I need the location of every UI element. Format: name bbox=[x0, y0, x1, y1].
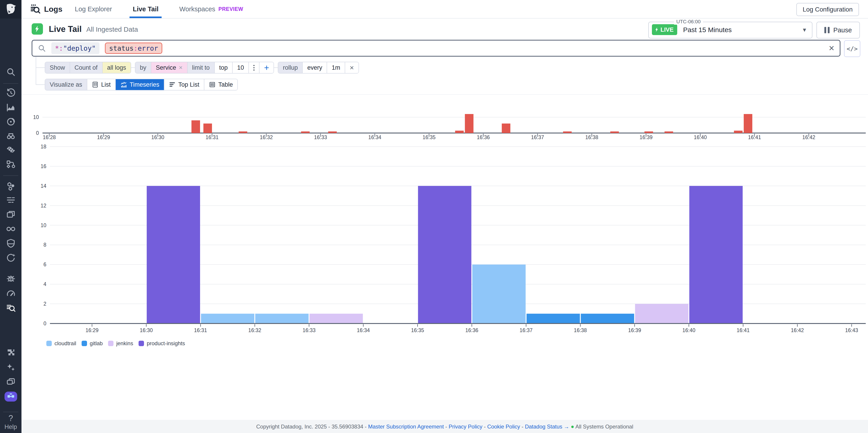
svg-text:16:32: 16:32 bbox=[260, 134, 273, 140]
visualize-option-timeseries[interactable]: Timeseries bbox=[116, 79, 164, 90]
svg-text:16:30: 16:30 bbox=[140, 327, 153, 333]
product-insights-bar[interactable] bbox=[418, 186, 471, 323]
logs-product-icon bbox=[30, 4, 40, 14]
error-bar[interactable] bbox=[465, 114, 473, 133]
legend-item-jenkins[interactable]: jenkins bbox=[108, 340, 133, 347]
add-group-by-button[interactable]: + bbox=[259, 62, 274, 73]
group-by-selector[interactable]: Service × bbox=[151, 62, 187, 73]
svg-text:0: 0 bbox=[43, 321, 46, 326]
error-bar[interactable] bbox=[328, 132, 337, 133]
remove-group-by-icon[interactable]: × bbox=[179, 64, 182, 71]
count-of-selector[interactable]: Count of bbox=[70, 62, 103, 73]
cloudtrail-bar[interactable] bbox=[201, 314, 254, 323]
svg-text:16:36: 16:36 bbox=[477, 134, 490, 140]
error-bar[interactable] bbox=[191, 120, 200, 133]
top-nav-bar: Logs Log Explorer Live Tail Workspaces P… bbox=[22, 0, 868, 19]
error-bar[interactable] bbox=[455, 131, 464, 133]
error-bar[interactable] bbox=[664, 132, 673, 133]
legend-item-cloudtrail[interactable]: cloudtrail bbox=[46, 340, 76, 347]
product-insights-bar[interactable] bbox=[147, 186, 200, 323]
help-label[interactable]: Help bbox=[0, 424, 22, 431]
bits-ai-icon bbox=[4, 392, 17, 402]
error-bar[interactable] bbox=[645, 132, 653, 133]
product-insights-bar[interactable] bbox=[689, 186, 743, 323]
sidebar-divider bbox=[3, 83, 18, 84]
code-view-toggle-button[interactable]: </> bbox=[844, 40, 860, 57]
svg-text:16:38: 16:38 bbox=[585, 134, 598, 140]
link-privacy-policy[interactable]: Privacy Policy bbox=[449, 424, 483, 430]
svg-text:16:37: 16:37 bbox=[531, 134, 544, 140]
query-token-free-text[interactable]: *:"deploy" bbox=[51, 42, 99, 54]
link-master-subscription-agreement[interactable]: Master Subscription Agreement bbox=[368, 424, 444, 430]
jenkins-bar[interactable] bbox=[309, 314, 363, 323]
rollup-every-selector[interactable]: every bbox=[303, 62, 327, 73]
sidebar-item-sparkles[interactable] bbox=[0, 361, 22, 374]
status-dot-icon: ● bbox=[571, 423, 574, 430]
error-bar[interactable] bbox=[502, 123, 510, 133]
clear-search-icon[interactable]: × bbox=[829, 44, 834, 53]
error-bar[interactable] bbox=[734, 131, 743, 133]
section-divider bbox=[22, 94, 868, 95]
error-bar[interactable] bbox=[239, 132, 247, 133]
jenkins-bar[interactable] bbox=[635, 304, 688, 323]
legend-swatch-icon bbox=[82, 341, 87, 346]
search-icon bbox=[6, 67, 16, 77]
cloudtrail-bar[interactable] bbox=[255, 314, 309, 323]
sidebar-item-docs[interactable] bbox=[0, 376, 22, 388]
legend-label: product-insights bbox=[147, 340, 185, 347]
tab-workspaces[interactable]: Workspaces PREVIEW bbox=[179, 0, 243, 18]
svg-text:16:32: 16:32 bbox=[248, 327, 261, 333]
sidebar-item-bits-ai[interactable] bbox=[0, 390, 22, 403]
datadog-logo[interactable] bbox=[0, 0, 22, 19]
error-timeline-chart[interactable]: 01016:2816:2916:3016:3116:3216:3316:3416… bbox=[0, 106, 868, 144]
cloudtrail-bar[interactable] bbox=[472, 264, 526, 323]
error-bar[interactable] bbox=[744, 114, 752, 133]
rollup-interval-input[interactable]: 1m bbox=[327, 62, 345, 73]
error-bar[interactable] bbox=[563, 132, 572, 133]
legend-item-gitlab[interactable]: gitlab bbox=[82, 340, 103, 347]
limit-value-input[interactable]: 10 bbox=[232, 62, 249, 73]
sidebar-item-integrations[interactable] bbox=[0, 347, 22, 359]
svg-text:16:34: 16:34 bbox=[368, 134, 381, 140]
gitlab-bar[interactable] bbox=[526, 314, 580, 323]
error-bar[interactable] bbox=[204, 123, 212, 133]
query-token-status-error[interactable]: status:error bbox=[105, 42, 162, 54]
limit-direction-selector[interactable]: top bbox=[215, 62, 233, 73]
query-builder-row: Show Count of all logs by Service × limi… bbox=[45, 62, 359, 74]
remove-rollup-button[interactable]: × bbox=[345, 62, 359, 73]
legend-swatch-icon bbox=[108, 341, 114, 346]
legend-swatch-icon bbox=[138, 341, 144, 346]
service-timeseries-chart[interactable]: 02468101214161816:2916:3016:3116:3216:33… bbox=[0, 140, 868, 337]
error-bar[interactable] bbox=[610, 132, 619, 133]
svg-text:16: 16 bbox=[40, 163, 46, 169]
gitlab-bar[interactable] bbox=[581, 314, 634, 323]
external-arrow-icon: → bbox=[564, 424, 569, 430]
measure-selector[interactable]: all logs bbox=[103, 62, 131, 73]
svg-text:16:33: 16:33 bbox=[303, 327, 315, 333]
log-configuration-button[interactable]: Log Configuration bbox=[796, 3, 859, 16]
link-datadog-status[interactable]: Datadog Status bbox=[525, 424, 562, 430]
search-input[interactable]: *:"deploy" status:error × bbox=[32, 40, 840, 57]
svg-text:16:35: 16:35 bbox=[411, 327, 424, 333]
sidebar-item-search[interactable] bbox=[0, 66, 22, 78]
copyright-text: Copyright Datadog, Inc. 2025 bbox=[256, 424, 327, 430]
visualize-option-top-list[interactable]: Top List bbox=[164, 79, 204, 90]
close-icon: × bbox=[350, 64, 354, 72]
more-options-kebab[interactable] bbox=[249, 62, 259, 73]
time-range-picker[interactable]: LIVE Past 15 Minutes ▾ bbox=[648, 22, 812, 38]
error-bar[interactable] bbox=[301, 132, 310, 133]
live-tail-icon bbox=[32, 23, 43, 35]
nav-tabs: Log Explorer Live Tail Workspaces PREVIE… bbox=[75, 0, 243, 18]
pause-button[interactable]: Pause bbox=[816, 22, 860, 38]
link-cookie-policy[interactable]: Cookie Policy bbox=[487, 424, 520, 430]
legend-item-product-insights[interactable]: product-insights bbox=[138, 340, 185, 347]
svg-text:6: 6 bbox=[43, 261, 46, 267]
sidebar-item-history[interactable] bbox=[0, 87, 22, 99]
visualize-option-list[interactable]: List bbox=[87, 79, 116, 90]
tab-live-tail[interactable]: Live Tail bbox=[133, 0, 158, 18]
tab-log-explorer[interactable]: Log Explorer bbox=[75, 0, 112, 18]
bits-ai-icon bbox=[6, 392, 16, 402]
help-icon[interactable]: ? bbox=[0, 413, 22, 423]
visualize-option-table[interactable]: Table bbox=[204, 79, 238, 90]
visualize-as-label: Visualize as bbox=[45, 79, 87, 90]
